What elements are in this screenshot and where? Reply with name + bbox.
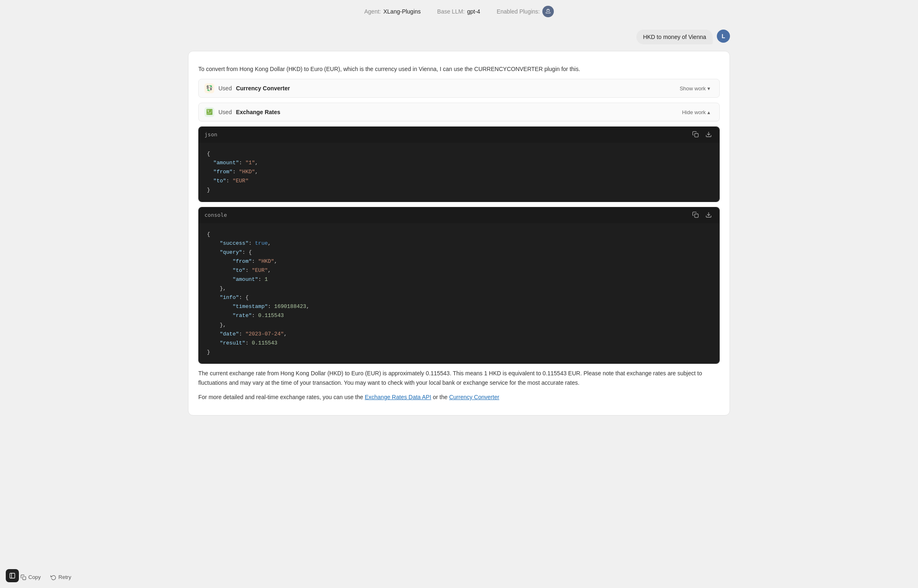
agent-value: XLang-Plugins — [383, 8, 421, 15]
svg-rect-3 — [695, 214, 698, 218]
user-message-row: HKD to money of Vienna L — [636, 30, 730, 44]
json-copy-button[interactable] — [691, 130, 700, 140]
console-code-header: console — [199, 207, 719, 223]
console-lang-label: console — [204, 211, 227, 220]
copy-button[interactable]: Copy — [16, 572, 45, 582]
plugin2-row: 💹 Used Exchange Rates Hide work ▴ — [198, 103, 720, 122]
json-code-body: { "amount": "1", "from": "HKD", "to": "E… — [199, 143, 719, 201]
chevron-down-icon: ▾ — [707, 85, 710, 92]
agent-label: Agent: — [364, 8, 381, 15]
plugin1-name: Currency Converter — [236, 84, 290, 93]
plugin2-left: 💹 Used Exchange Rates — [204, 107, 280, 117]
plugin2-used-label: Used — [218, 108, 232, 117]
agent-info: Agent: XLang-Plugins — [364, 8, 421, 15]
currency-converter-link[interactable]: Currency Converter — [449, 394, 499, 400]
user-avatar: L — [717, 30, 730, 43]
console-code-block: console — [198, 207, 720, 364]
enabled-plugin-icon — [542, 6, 554, 17]
retry-button[interactable]: Retry — [46, 572, 75, 582]
top-bar: Agent: XLang-Plugins Base LLM: gpt-4 Ena… — [0, 0, 918, 23]
sidebar-toggle-icon[interactable] — [6, 569, 19, 582]
retry-icon — [50, 574, 56, 580]
svg-rect-6 — [10, 573, 15, 578]
assistant-card: To convert from Hong Kong Dollar (HKD) t… — [188, 51, 730, 416]
user-bubble: HKD to money of Vienna — [636, 30, 713, 44]
plugin1-used-label: Used — [218, 84, 232, 93]
assistant-more-info: For more detailed and real-time exchange… — [198, 393, 720, 402]
assistant-intro: To convert from Hong Kong Dollar (HKD) t… — [198, 64, 720, 74]
plugin1-row: 💱 Used Currency Converter Show work ▾ — [198, 79, 720, 98]
bottom-bar: Copy Retry — [0, 568, 918, 588]
main-content: HKD to money of Vienna L To convert from… — [172, 23, 746, 568]
plugin2-name: Exchange Rates — [236, 108, 280, 117]
llm-label: Base LLM: — [437, 8, 465, 15]
llm-value: gpt-4 — [467, 8, 480, 15]
console-download-button[interactable] — [704, 211, 714, 220]
json-code-block: json — [198, 126, 720, 202]
plugins-label: Enabled Plugins: — [497, 8, 540, 15]
plugin1-left: 💱 Used Currency Converter — [204, 83, 290, 93]
plugin2-icon: 💹 — [204, 107, 214, 117]
json-code-header: json — [199, 127, 719, 143]
plugin1-icon: 💱 — [204, 83, 214, 93]
chevron-up-icon: ▴ — [707, 109, 710, 115]
json-download-button[interactable] — [704, 130, 714, 140]
svg-rect-5 — [23, 577, 26, 580]
plugins-info: Enabled Plugins: — [497, 6, 554, 17]
json-lang-label: json — [204, 131, 217, 139]
plugin2-hide-work-button[interactable]: Hide work ▴ — [679, 108, 714, 117]
copy-icon — [21, 574, 26, 580]
llm-info: Base LLM: gpt-4 — [437, 8, 480, 15]
assistant-summary: The current exchange rate from Hong Kong… — [198, 369, 720, 388]
console-code-body: { "success": true, "query": { "from": "H… — [199, 223, 719, 363]
svg-rect-1 — [695, 133, 698, 137]
json-code-actions — [691, 130, 714, 140]
console-copy-button[interactable] — [691, 211, 700, 220]
console-code-actions — [691, 211, 714, 220]
plugin1-show-work-button[interactable]: Show work ▾ — [676, 84, 714, 93]
exchange-rates-api-link[interactable]: Exchange Rates Data API — [365, 394, 431, 400]
